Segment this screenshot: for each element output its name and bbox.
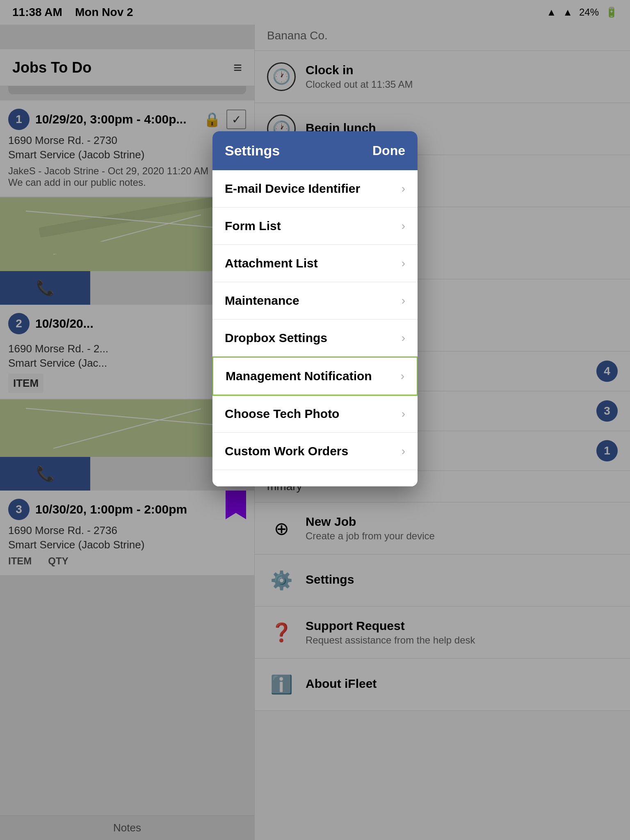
chevron-right-icon-1: › bbox=[402, 219, 405, 233]
modal-item-email-device[interactable]: E-mail Device Identifier › bbox=[212, 170, 418, 208]
modal-overlay: Settings Done E-mail Device Identifier ›… bbox=[0, 0, 630, 840]
modal-item-dropbox-settings[interactable]: Dropbox Settings › bbox=[212, 320, 418, 357]
chevron-right-icon-6: › bbox=[402, 407, 405, 420]
modal-item-form-list[interactable]: Form List › bbox=[212, 208, 418, 245]
chevron-right-icon-7: › bbox=[402, 445, 405, 458]
modal-item-label-attachment-list: Attachment List bbox=[225, 256, 318, 270]
modal-item-label-custom-work-orders: Custom Work Orders bbox=[225, 444, 348, 458]
modal-done-button[interactable]: Done bbox=[372, 143, 405, 158]
modal-item-attachment-list[interactable]: Attachment List › bbox=[212, 245, 418, 282]
chevron-right-icon-4: › bbox=[402, 331, 405, 345]
modal-title: Settings bbox=[225, 143, 280, 159]
modal-spacer bbox=[212, 470, 418, 486]
modal-item-management-notification[interactable]: Management Notification › bbox=[212, 356, 418, 396]
modal-item-label-email-device: E-mail Device Identifier bbox=[225, 182, 360, 196]
modal-item-label-maintenance: Maintenance bbox=[225, 294, 299, 308]
settings-modal: Settings Done E-mail Device Identifier ›… bbox=[212, 131, 418, 486]
modal-item-label-management-notification: Management Notification bbox=[226, 369, 372, 383]
modal-item-custom-work-orders[interactable]: Custom Work Orders › bbox=[212, 433, 418, 470]
modal-item-maintenance[interactable]: Maintenance › bbox=[212, 282, 418, 320]
chevron-right-icon-5: › bbox=[401, 370, 404, 383]
chevron-right-icon-0: › bbox=[402, 182, 405, 195]
modal-header: Settings Done bbox=[212, 131, 418, 170]
modal-item-label-form-list: Form List bbox=[225, 219, 281, 233]
chevron-right-icon-3: › bbox=[402, 294, 405, 307]
chevron-right-icon-2: › bbox=[402, 257, 405, 270]
modal-item-choose-tech-photo[interactable]: Choose Tech Photo › bbox=[212, 395, 418, 433]
modal-item-label-choose-tech-photo: Choose Tech Photo bbox=[225, 407, 339, 421]
modal-item-label-dropbox-settings: Dropbox Settings bbox=[225, 331, 327, 345]
